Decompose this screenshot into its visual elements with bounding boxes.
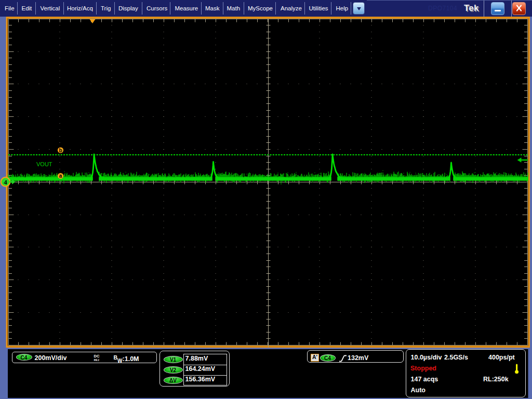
svg-text:a: a <box>59 173 62 179</box>
svg-text:b: b <box>59 148 62 153</box>
svg-text:4: 4 <box>4 178 7 186</box>
svg-text:VOUT: VOUT <box>36 161 52 167</box>
